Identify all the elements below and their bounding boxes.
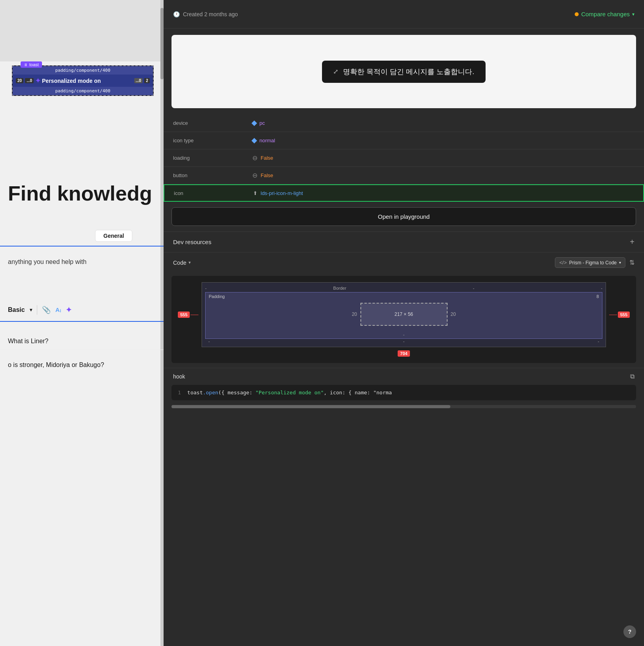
basic-row: Basic ▾ 📎 Aᵢ ✦ (0, 305, 80, 315)
outer-dash-1: - (208, 339, 210, 344)
code-text-label: Code (173, 260, 186, 266)
icon-type-label: icon type (173, 138, 252, 143)
find-knowledge-heading: Find knowledg (8, 182, 152, 205)
created-text: Created 2 months ago (183, 11, 238, 17)
button-label: button (173, 172, 252, 178)
outer-dash-3: - (598, 339, 599, 344)
prop-row-button: button ⊖ False (164, 167, 644, 184)
blue-underline (0, 246, 164, 247)
settings-icon[interactable]: ⇅ (629, 259, 634, 266)
created-info: 🕐 Created 2 months ago (173, 11, 238, 17)
copy-icon[interactable]: ⧉ (630, 373, 634, 380)
border-dash-right: - (473, 286, 474, 291)
device-value-container: pc (252, 120, 265, 126)
prop-row-loading: loading ⊖ False (164, 149, 644, 167)
ellipsis-badge-right: ...0 (134, 78, 143, 83)
button-value: False (261, 172, 273, 178)
component-box: padding/component/400 20 ...0 ✦ Personal… (12, 65, 154, 96)
blue-underline-2 (0, 321, 164, 322)
attachment-icon[interactable]: 📎 (42, 306, 51, 314)
box-outer: - Border - - Padding 8 20 217 × 56 (202, 282, 606, 347)
expand-icon: ⤢ (333, 68, 338, 75)
padding-header: Padding 8 (206, 292, 602, 300)
left-top-area (0, 0, 164, 61)
code-block: 1 toast.open({ message: "Personalized mo… (171, 385, 636, 400)
prop-row-icon-type: icon type normal (164, 132, 644, 149)
prop-row-device: device pc (164, 115, 644, 132)
outer-dash-2: - (403, 339, 405, 344)
help-button[interactable]: ? (623, 625, 636, 638)
left-red-badge: 555 (178, 312, 190, 318)
compare-changes-button[interactable]: Compare changes ▾ (575, 11, 634, 17)
open-playground-button[interactable]: Open in playground (171, 207, 636, 226)
prism-label: Prism - Figma to Code (569, 260, 617, 266)
dev-resources-label: Dev resources (173, 239, 211, 245)
pause-icon: ⏸ (24, 63, 28, 67)
bottom-area: ? (164, 411, 644, 646)
num-badge-left: 20 (16, 78, 23, 83)
box-middle: Padding 8 20 217 × 56 20 - (205, 292, 602, 339)
add-resource-button[interactable]: + (630, 237, 634, 247)
bottom-red-badge: 704 (398, 350, 410, 357)
code-chevron-icon: ▾ (189, 260, 191, 265)
bottom-dash: - (206, 331, 602, 338)
diagram-wrapper: 555 555 - Border - - (178, 282, 630, 347)
question-row-1: What is Liner? (0, 333, 164, 350)
code-line: toast.open({ message: "Personalized mode… (187, 390, 392, 396)
code-paren: ({ message: (218, 390, 255, 396)
upload-icon: ⬆ (253, 190, 257, 196)
loading-value: False (261, 155, 273, 161)
prism-button[interactable]: </> Prism - Figma to Code ▾ (555, 257, 625, 268)
loading-value-container: ⊖ False (252, 154, 273, 162)
component-row-bottom: padding/component/400 (13, 87, 153, 95)
left-padding-num: 20 (349, 312, 360, 317)
code-scrollbar[interactable] (171, 405, 636, 408)
line-number: 1 (178, 390, 181, 396)
inner-dimension-box: 217 × 56 (360, 303, 448, 326)
left-red-line (191, 315, 198, 315)
border-row: - Border - - (205, 286, 602, 291)
right-annotation: 555 (609, 312, 630, 318)
device-value: pc (259, 120, 265, 126)
button-value-container: ⊖ False (252, 172, 273, 179)
prism-chevron-icon: ▾ (619, 260, 621, 265)
code-suffix: , icon: { name: "norma (324, 390, 392, 396)
basic-chevron-icon[interactable]: ▾ (30, 307, 32, 313)
tab-general[interactable]: General (95, 230, 132, 242)
divider (37, 305, 37, 315)
status-dot (575, 12, 579, 16)
border-label: Border (333, 286, 346, 291)
scrollbar-thumb[interactable] (160, 8, 164, 79)
toast-preview-text: 명확한 목적이 담긴 메시지를 노출합니다. (343, 67, 474, 76)
code-method-text: .open (203, 390, 218, 396)
code-section: Code ▾ </> Prism - Figma to Code ▾ ⇅ 555 (164, 252, 644, 368)
sparkle-btn-icon[interactable]: ✦ (66, 306, 72, 314)
toast-preview: ⤢ 명확한 목적이 담긴 메시지를 노출합니다. (322, 61, 485, 83)
left-annotation: 555 (178, 312, 198, 318)
hook-header: hook ⧉ (164, 368, 644, 385)
outer-sides: - - - (205, 339, 602, 344)
sparkle-icon: ✦ (35, 77, 40, 84)
icon-value: lds-pri-icon-m-light (261, 190, 303, 196)
icon-type-value-container: normal (252, 138, 275, 143)
right-panel: 🕐 Created 2 months ago Compare changes ▾… (164, 0, 644, 646)
right-red-line (609, 315, 617, 315)
properties-table: device pc icon type normal loading ⊖ Fal… (164, 115, 644, 202)
left-panel: ⏸ toast padding/component/400 20 ...0 ✦ … (0, 0, 164, 646)
dev-resources-row: Dev resources + (164, 231, 644, 252)
padding-value: 8 (596, 294, 599, 299)
code-toast-text: toast (187, 390, 203, 396)
right-padding-num: 20 (448, 312, 459, 317)
hook-label: hook (173, 373, 185, 380)
diamond-icon-device (252, 120, 257, 126)
compare-label: Compare changes (581, 11, 630, 17)
toast-text: toast (29, 62, 39, 67)
scrollbar-track[interactable] (160, 0, 164, 646)
code-right-controls: </> Prism - Figma to Code ▾ ⇅ (555, 257, 634, 268)
help-text: anything you need help with (0, 254, 94, 270)
right-header: 🕐 Created 2 months ago Compare changes ▾ (164, 0, 644, 29)
code-label[interactable]: Code ▾ (173, 260, 191, 266)
ai-icon[interactable]: Aᵢ (55, 306, 61, 313)
toast-label: ⏸ toast (21, 61, 42, 68)
padding-label: Padding (209, 294, 225, 299)
